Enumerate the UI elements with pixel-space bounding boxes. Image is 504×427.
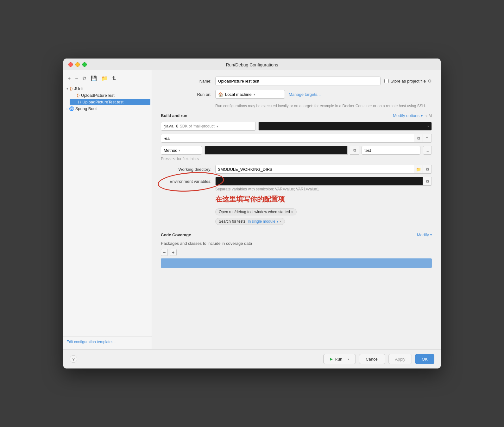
edit-templates-link[interactable]: Edit configuration templates... [66,340,117,344]
tag-chips-row-2: Search for tests: In single module ▾ × [215,218,432,225]
sidebar-item-junit-group[interactable]: ▾ ⟨⟩ JUnit [63,85,152,92]
coverage-remove-button[interactable]: − [161,249,168,256]
name-input[interactable] [215,77,381,85]
maximize-button[interactable] [82,62,87,67]
main-content: + − ⧉ 💾 📁 ⇅ ▾ ⟨⟩ JUnit ⟨⟩ UploadPictureT… [63,70,441,349]
name-row: Name: Store as project file ⚙ [161,77,432,85]
copy-config-button[interactable]: ⧉ [81,75,87,82]
store-project-gear-icon[interactable]: ⚙ [428,78,432,84]
cancel-button[interactable]: Cancel [359,354,385,364]
tag-open-tool-window-close-icon[interactable]: × [291,210,293,214]
modify-options-link[interactable]: Modify options ▾ ⌥M [393,113,432,118]
modify-options-label: Modify options [393,113,419,118]
blacked-field-chevron-icon: ▾ [427,125,429,128]
junit-group-icon: ⟨⟩ [70,86,73,91]
junit-collapse-arrow: ▾ [66,87,68,91]
new-folder-button[interactable]: 📁 [100,75,109,82]
coverage-placeholder [161,258,432,268]
coverage-modify-link[interactable]: Modify [417,232,429,237]
method-chevron-icon: ▾ [179,149,180,152]
working-dir-input[interactable] [215,165,414,174]
method-copy-button[interactable]: ⧉ [350,146,359,155]
tag-open-tool-window-label: Open run/debug tool window when started [219,210,290,214]
sort-button[interactable]: ⇅ [111,75,117,82]
env-vars-field-group: ⧉ [215,177,432,186]
coverage-desc: Packages and classes to include in cover… [161,241,432,246]
manage-targets-link[interactable]: Manage targets... [289,92,321,97]
method-dropdown[interactable]: Method ▾ [161,146,202,155]
vm-expand-icon[interactable]: ⌃ [423,134,432,143]
sdk-blacked-field[interactable]: ▾ [258,122,432,131]
env-vars-input[interactable] [215,177,423,186]
run-on-label: Run on: [161,92,211,97]
springboot-expand-arrow: › [66,107,68,111]
tag-chips-row: Open run/debug tool window when started … [215,208,432,215]
sidebar-item-springboot-group[interactable]: › 🌀 Spring Boot [63,105,152,112]
run-on-dropdown[interactable]: 🏠 Local machine ▾ [215,90,285,99]
tag-search-tests-label: Search for tests: [219,219,246,224]
tag-search-tests-value[interactable]: In single module [248,219,275,224]
sidebar-item-upload-picture-test-test[interactable]: ⟨⟩ UploadPictureTest.test [70,99,150,105]
close-button[interactable] [68,62,73,67]
run-text-part: ▶ Run [330,357,345,362]
store-project-checkbox[interactable] [384,79,389,83]
run-play-icon: ▶ [330,357,333,361]
store-project-group: Store as project file ⚙ [384,78,432,84]
method-more-button[interactable]: … [423,146,432,155]
springboot-group-label: Spring Boot [75,106,97,111]
sidebar-item-upload-picture-test[interactable]: ⟨⟩ UploadPictureTest [68,92,152,99]
working-dir-field-group: 📁 ⧉ [215,165,432,174]
upload-test-test-icon: ⟨⟩ [78,100,81,104]
coverage-add-button[interactable]: + [170,249,177,256]
title-bar: Run/Debug Configurations [63,59,441,70]
run-chevron-part[interactable]: ▾ [345,357,349,361]
working-dir-label: Working directory: [161,167,211,172]
env-hint: Separate variables with semicolon: VAR=v… [215,187,432,191]
sdk-row: java 8 SDK of 'mall-product' ▾ ▾ [161,122,432,131]
tag-search-tests-chevron-icon[interactable]: ▾ [277,220,278,223]
env-vars-label: Environment variables: [161,179,211,184]
build-run-section-header: Build and run Modify options ▾ ⌥M [161,113,432,118]
run-button-inner: ▶ Run ▾ [330,357,349,362]
junit-children: ⟨⟩ UploadPictureTest ⟨⟩ UploadPictureTes… [63,92,152,105]
vm-copy-icon[interactable]: ⧉ [414,134,423,143]
coverage-add-remove-row: − + [161,249,432,256]
sdk-dropdown[interactable]: java 8 SDK of 'mall-product' ▾ [161,122,256,131]
workdir-folder-icon[interactable]: 📁 [414,165,423,174]
home-icon: 🏠 [218,92,223,97]
ok-button[interactable]: OK [415,354,434,364]
add-config-button[interactable]: + [66,75,72,82]
workdir-copy-icon[interactable]: ⧉ [423,165,432,174]
sidebar-toolbar: + − ⧉ 💾 📁 ⇅ [63,73,152,84]
working-dir-row: Working directory: 📁 ⧉ [161,165,432,174]
junit-group-label: JUnit [74,86,84,91]
build-run-title: Build and run [161,113,187,118]
code-coverage-section: Code Coverage Modify ▾ Packages and clas… [161,232,432,268]
coverage-modify-group: Modify ▾ [417,232,432,237]
spacer [161,227,432,232]
method-class-field[interactable] [205,146,348,155]
run-button[interactable]: ▶ Run ▾ [323,354,356,364]
coverage-modify-chevron-icon: ▾ [430,233,432,237]
tag-search-tests-close-icon[interactable]: × [280,220,281,223]
vm-options-input[interactable] [161,134,414,143]
chinese-annotation: 在这里填写你的配置项 [215,195,432,204]
apply-button[interactable]: Apply [388,354,412,364]
run-on-row: Run on: 🏠 Local machine ▾ Manage targets… [161,90,432,99]
run-on-hint: Run configurations may be executed local… [215,103,432,109]
remove-config-button[interactable]: − [74,75,79,82]
action-buttons: ▶ Run ▾ Cancel Apply OK [323,354,434,364]
save-config-button[interactable]: 💾 [89,75,98,82]
traffic-lights [68,62,87,67]
press-hint: Press ⌥ for field hints [161,157,432,161]
store-project-label: Store as project file [391,79,426,84]
env-vars-row: Environment variables: ⧉ [161,177,432,186]
springboot-group-icon: 🌀 [69,106,74,111]
modify-options-chevron-icon: ▾ [421,113,423,118]
dialog-title: Run/Debug Configurations [226,62,278,67]
help-button[interactable]: ? [70,355,77,363]
method-test-input[interactable] [362,146,420,155]
env-vars-copy-button[interactable]: ⧉ [423,177,432,186]
sidebar-footer: Edit configuration templates... [63,337,152,347]
minimize-button[interactable] [75,62,80,67]
